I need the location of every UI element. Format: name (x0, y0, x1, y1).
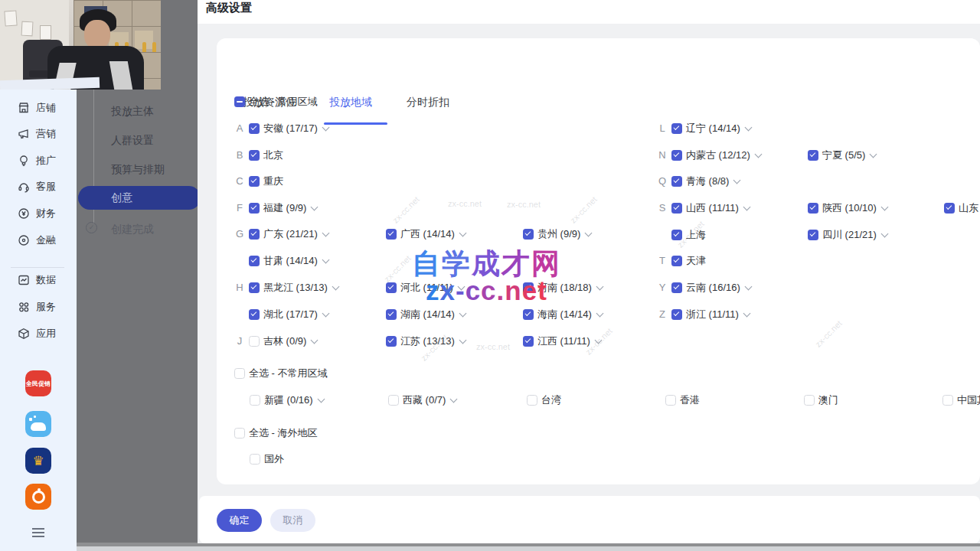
region-checkbox[interactable] (249, 309, 260, 320)
chevron-down-icon[interactable] (322, 230, 329, 237)
region-item[interactable]: 广西 (14/14) (386, 227, 466, 242)
region-item[interactable]: 浙江 (11/11) (671, 307, 750, 322)
region-checkbox[interactable] (808, 203, 818, 214)
cancel-button[interactable]: 取消 (270, 509, 315, 532)
region-item[interactable]: 国外 (250, 452, 284, 467)
region-item[interactable]: 澳门 (804, 393, 838, 408)
region-checkbox[interactable] (523, 309, 534, 320)
chevron-down-icon[interactable] (596, 283, 603, 291)
region-checkbox[interactable] (523, 282, 534, 293)
region-checkbox[interactable] (942, 395, 953, 406)
select-all-row[interactable]: 全选 - 常用区域 (234, 94, 318, 109)
region-item[interactable]: 山东 (1 (944, 201, 980, 216)
chevron-down-icon[interactable] (457, 283, 465, 291)
region-checkbox[interactable] (523, 336, 534, 347)
region-checkbox[interactable] (386, 336, 397, 347)
region-checkbox[interactable] (671, 309, 682, 320)
chevron-down-icon[interactable] (743, 204, 750, 211)
chevron-down-icon[interactable] (459, 337, 466, 344)
chevron-down-icon[interactable] (754, 151, 762, 158)
chevron-down-icon[interactable] (322, 124, 329, 132)
region-item[interactable]: 北京 (249, 148, 283, 163)
select-all-checkbox[interactable] (234, 96, 245, 107)
chevron-down-icon[interactable] (322, 256, 329, 264)
chevron-down-icon[interactable] (870, 151, 877, 158)
region-checkbox[interactable] (250, 454, 260, 465)
region-item[interactable]: 宁夏 (5/5) (808, 148, 876, 163)
region-checkbox[interactable] (944, 203, 955, 214)
region-item[interactable]: 贵州 (9/9) (523, 227, 591, 242)
region-item[interactable]: 广东 (21/21) (249, 227, 328, 242)
region-checkbox[interactable] (671, 203, 682, 214)
region-item[interactable]: 湖北 (17/17) (249, 307, 328, 322)
region-checkbox[interactable] (388, 395, 399, 406)
region-checkbox[interactable] (527, 395, 537, 406)
region-item[interactable]: 河北 (11/11) (386, 280, 464, 295)
region-item[interactable]: 台湾 (527, 393, 561, 408)
chevron-down-icon[interactable] (459, 230, 466, 237)
region-item[interactable]: 新疆 (0/16) (250, 393, 324, 408)
region-checkbox[interactable] (671, 256, 682, 266)
region-checkbox[interactable] (249, 150, 260, 161)
region-item[interactable]: 河南 (18/18) (523, 280, 603, 295)
chevron-down-icon[interactable] (332, 283, 339, 291)
region-checkbox[interactable] (249, 203, 260, 214)
region-item[interactable]: 甘肃 (14/14) (249, 253, 328, 269)
chevron-down-icon[interactable] (317, 396, 325, 403)
region-item[interactable]: 安徽 (17/17) (249, 121, 328, 136)
region-item[interactable]: 青海 (8/8) (671, 174, 740, 189)
region-checkbox[interactable] (249, 229, 260, 240)
chevron-down-icon[interactable] (311, 337, 318, 344)
select-all-checkbox[interactable] (234, 368, 245, 379)
chevron-down-icon[interactable] (459, 310, 466, 318)
region-checkbox[interactable] (671, 123, 682, 134)
region-item[interactable]: 福建 (9/9) (249, 201, 317, 216)
region-checkbox[interactable] (250, 395, 260, 406)
select-all-row[interactable]: 全选 - 海外地区 (234, 425, 318, 441)
chevron-down-icon[interactable] (880, 230, 888, 238)
region-item[interactable]: 辽宁 (14/14) (671, 121, 751, 136)
chevron-down-icon[interactable] (450, 396, 458, 403)
region-item[interactable]: 吉林 (0/9) (249, 334, 317, 349)
chevron-down-icon[interactable] (322, 310, 329, 318)
region-checkbox[interactable] (386, 282, 397, 293)
region-item[interactable]: 江苏 (13/13) (386, 334, 466, 349)
chevron-down-icon[interactable] (594, 337, 602, 344)
chevron-down-icon[interactable] (880, 204, 888, 211)
chevron-down-icon[interactable] (733, 177, 741, 184)
region-checkbox[interactable] (804, 395, 815, 406)
region-checkbox[interactable] (808, 150, 818, 161)
region-item[interactable]: 山西 (11/11) (671, 201, 750, 216)
select-all-row[interactable]: 全选 - 不常用区域 (234, 366, 328, 381)
region-checkbox[interactable] (249, 123, 260, 134)
region-checkbox[interactable] (249, 256, 260, 266)
region-checkbox[interactable] (523, 229, 534, 240)
region-checkbox[interactable] (249, 176, 260, 187)
region-checkbox[interactable] (249, 282, 260, 293)
chevron-down-icon[interactable] (596, 310, 603, 318)
region-item[interactable]: 香港 (665, 393, 700, 408)
region-checkbox[interactable] (671, 176, 682, 187)
region-checkbox[interactable] (808, 230, 818, 240)
region-item[interactable]: 内蒙古 (12/12) (671, 148, 761, 163)
region-item[interactable]: 上海 (671, 227, 706, 243)
region-item[interactable]: 云南 (16/16) (671, 280, 751, 295)
region-checkbox[interactable] (671, 230, 682, 240)
region-checkbox[interactable] (249, 336, 260, 347)
chevron-down-icon[interactable] (585, 230, 593, 237)
confirm-button[interactable]: 确定 (217, 509, 262, 532)
region-checkbox[interactable] (386, 309, 397, 320)
chevron-down-icon[interactable] (744, 124, 752, 132)
region-item[interactable]: 四川 (21/21) (808, 227, 887, 243)
region-item[interactable]: 湖南 (14/14) (386, 307, 466, 322)
region-item[interactable]: 黑龙江 (13/13) (249, 280, 338, 295)
region-item[interactable]: 西藏 (0/7) (388, 393, 456, 408)
region-item[interactable]: 重庆 (249, 174, 283, 189)
region-checkbox[interactable] (665, 395, 676, 406)
chevron-down-icon[interactable] (744, 283, 752, 291)
region-item[interactable]: 中国其 (942, 393, 980, 408)
region-checkbox[interactable] (671, 282, 682, 293)
region-checkbox[interactable] (671, 150, 682, 161)
region-item[interactable]: 海南 (14/14) (523, 307, 603, 322)
region-item[interactable]: 江西 (11/11) (523, 334, 601, 349)
